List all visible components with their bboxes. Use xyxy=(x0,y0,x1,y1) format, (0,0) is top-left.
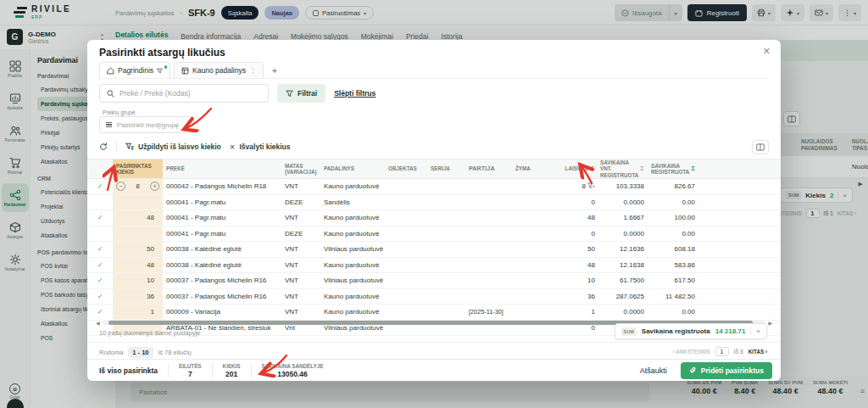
unit-cost-cell: 0.0000 xyxy=(598,226,648,242)
prev-page-button[interactable]: ‹ ANKSTESNIS xyxy=(672,349,709,355)
modal-pagination: ‹ ANKSTESNIS 1 IŠ 8 KITAS › xyxy=(672,347,767,356)
product-cell: 000038 - Kalėdinė eglutė xyxy=(163,258,281,273)
stock-row[interactable]: 000041 - Pagr.matuDEZESandėlis00.00000.0… xyxy=(87,195,781,211)
selected-qty-cell[interactable]: 1 xyxy=(113,305,163,320)
product-search-input[interactable]: Prekė / Prekė (Kodas) xyxy=(99,84,269,103)
row-checkbox[interactable] xyxy=(87,226,113,242)
stock-row[interactable]: ✓48000041 - Pagr.matuVNTKauno parduotuvė… xyxy=(87,210,781,226)
column-header-prekė[interactable]: PREKĖ xyxy=(163,159,281,178)
selected-qty-cell[interactable] xyxy=(113,195,163,210)
fill-from-free-button[interactable]: Užpildyti iš laisvo kiekio xyxy=(125,143,221,151)
selected-qty-cell[interactable]: −8+ xyxy=(113,179,163,194)
stock-row[interactable]: ✓48000038 - Kalėdinė eglutėVNTKauno pard… xyxy=(87,258,781,274)
row-checkbox[interactable]: ✓ xyxy=(87,273,113,288)
page-records-info: 10 įrašų duomenys šiame puslapyje xyxy=(99,329,200,337)
selected-qty-cell[interactable]: 10 xyxy=(113,273,163,288)
column-header-partija[interactable]: PARTIJA xyxy=(465,159,512,178)
stock-table: PASIRINKTAS KIEKISPREKĖMATAS (VARIACIJA)… xyxy=(87,159,781,336)
clear-label: Išvalyti kiekius xyxy=(240,143,291,151)
sum-sigma-icon[interactable]: Σ xyxy=(691,165,695,173)
hide-filters-link[interactable]: Slėpti filtrus xyxy=(334,89,376,98)
stock-row[interactable]: ✓−8+000042 - Padangos Michelin R18VNTKau… xyxy=(87,179,781,195)
stock-row[interactable]: 000041 - Pagr.matuDEZEKauno parduotuvė00… xyxy=(87,226,781,243)
object-cell xyxy=(385,289,427,305)
product-group-input[interactable]: Pasirinkti medį/grupę xyxy=(99,116,194,133)
free-qty-value: 36 xyxy=(587,293,595,300)
cancel-button[interactable]: Atšaukti xyxy=(640,366,667,375)
column-header-objektas[interactable]: OBJEKTAS xyxy=(385,159,427,178)
filler-cell xyxy=(700,242,781,257)
cost-cell: 0.00 xyxy=(648,226,700,242)
row-checkbox[interactable]: ✓ xyxy=(87,258,113,273)
sum-sigma-icon[interactable]: Σ xyxy=(640,165,644,173)
modal-column-settings-button[interactable] xyxy=(752,140,769,154)
branch-cell: Kauno parduotuvė xyxy=(320,226,385,242)
close-icon[interactable]: × xyxy=(750,327,760,335)
stock-row[interactable]: ✓10000037 - Padangos Michelin R16VNTViln… xyxy=(87,273,781,289)
column-header-savikaina-registruota[interactable]: SAVIKAINA REGISTRUOTAΣ xyxy=(648,159,700,178)
row-checkbox[interactable]: ✓ xyxy=(87,210,113,226)
tab-menu-icon[interactable]: ⋮ xyxy=(250,67,256,74)
clear-quantities-button[interactable]: ✕ Išvalyti kiekius xyxy=(230,143,291,151)
column-header-padalinys[interactable]: PADALINYS xyxy=(320,159,385,178)
scroll-right-icon[interactable]: ▶ xyxy=(768,320,772,326)
unit-cost-cell: 287.0625 xyxy=(598,289,648,305)
column-header-serija[interactable]: SERIJA xyxy=(427,159,465,178)
stock-row[interactable]: ✓50000038 - Kalėdinė eglutėVNTVilniaus p… xyxy=(87,242,781,258)
free-qty-cell: 1 xyxy=(548,305,598,320)
sum-sigma-icon[interactable]: Σ xyxy=(591,165,595,173)
unit-cost-cell: 0.0000 xyxy=(598,305,648,320)
decrease-qty-button[interactable]: − xyxy=(116,182,125,191)
sum-chip-savikaina[interactable]: SUM Savikaina registruota 14 218.71 × xyxy=(615,323,767,339)
selected-qty-cell[interactable]: 50 xyxy=(113,242,163,257)
next-page-button[interactable]: KITAS › xyxy=(748,349,767,355)
column-header-savikaina-vnt-registruota[interactable]: SAVIKAINA VNT. REGISTRUOTAΣ xyxy=(598,159,648,178)
increase-qty-button[interactable]: + xyxy=(150,182,159,191)
object-cell xyxy=(385,210,427,226)
page-number-input[interactable]: 1 xyxy=(715,347,729,356)
selected-qty-cell[interactable]: 48 xyxy=(113,258,163,273)
add-selected-button[interactable]: Pridėti pasirinktus xyxy=(681,362,772,379)
column-header-check xyxy=(87,159,113,178)
tab-kauno-padalinys[interactable]: Kauno padalinys ⋮ xyxy=(174,62,264,78)
series-cell xyxy=(427,195,465,210)
free-qty-cell: 0 xyxy=(548,226,598,242)
column-header-matas-variacija-[interactable]: MATAS (VARIACIJA) xyxy=(281,159,320,178)
selected-qty-cell[interactable]: 48 xyxy=(113,210,163,226)
check-icon: ✓ xyxy=(97,277,103,284)
row-checkbox[interactable]: ✓ xyxy=(87,305,113,320)
object-cell xyxy=(385,258,427,273)
stock-row[interactable]: ✓1000009 - VariacijaVNTKauno parduotuvė[… xyxy=(87,305,781,321)
attach-icon xyxy=(689,366,697,374)
tag-cell xyxy=(512,242,548,257)
add-tab-button[interactable]: + xyxy=(267,63,282,78)
branch-cell: Kauno parduotuvė xyxy=(320,289,385,305)
column-header-žyma[interactable]: ŽYMA xyxy=(512,159,548,178)
series-cell xyxy=(427,210,465,226)
selected-qty-cell[interactable]: 36 xyxy=(113,289,163,305)
row-checkbox[interactable] xyxy=(87,195,113,210)
filters-button[interactable]: Filtrai xyxy=(277,84,326,103)
unit-cell: VNT xyxy=(281,258,320,273)
column-label: ŽYMA xyxy=(515,165,544,171)
row-checkbox[interactable]: ✓ xyxy=(87,179,113,194)
stat-value: 13050.46 xyxy=(262,370,324,378)
column-header-laisvas[interactable]: LAISVASΣ xyxy=(548,159,598,178)
column-header-pasirinktas-kiekis[interactable]: PASIRINKTAS KIEKIS xyxy=(113,159,163,178)
cost-cell: 617.50 xyxy=(648,273,700,288)
free-qty-cell: 50 xyxy=(548,242,598,257)
modal-filter-row: Prekė / Prekė (Kodas) Filtrai Slėpti fil… xyxy=(99,84,376,103)
unit-cell: VNT xyxy=(281,210,320,226)
tag-cell xyxy=(512,210,548,226)
showing-total: iš 78 eilučių xyxy=(159,349,192,356)
stock-row[interactable]: ✓36000037 - Padangos Michelin R16VNTKaun… xyxy=(87,289,781,305)
row-checkbox[interactable]: ✓ xyxy=(87,242,113,257)
scroll-left-icon[interactable]: ◀ xyxy=(96,320,100,326)
tag-cell xyxy=(512,289,548,305)
refresh-button[interactable] xyxy=(99,143,108,151)
modal-close-button[interactable]: ✕ xyxy=(763,46,771,57)
fill-row-icon[interactable] xyxy=(587,182,595,190)
selected-qty-cell[interactable] xyxy=(113,226,163,242)
row-checkbox[interactable]: ✓ xyxy=(87,289,113,305)
tab-pagrindinis[interactable]: Pagrindinis xyxy=(99,62,170,78)
